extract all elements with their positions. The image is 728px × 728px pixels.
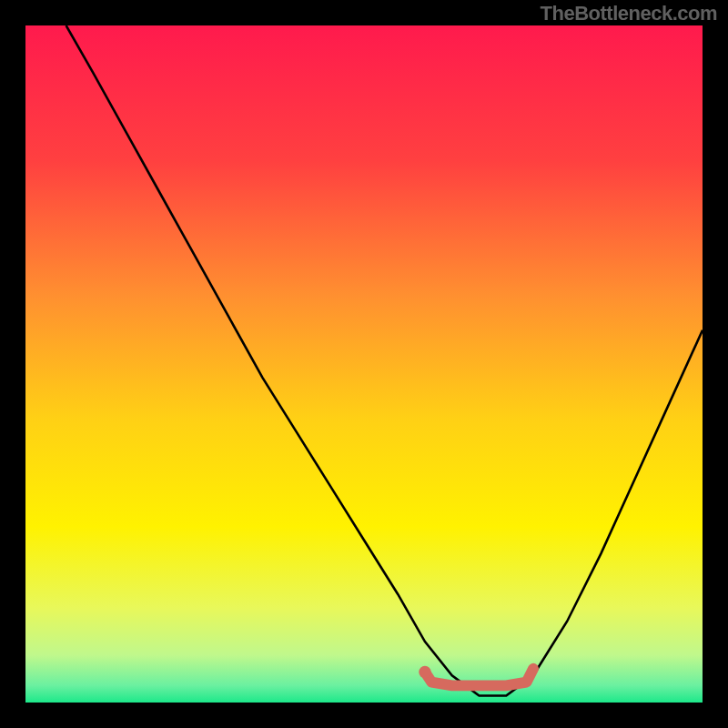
chart-svg [25,25,703,703]
bottleneck-curve [66,25,703,696]
plot-area [25,25,703,703]
attribution-text: TheBottleneck.com [541,2,717,25]
chart-frame: TheBottleneck.com [0,0,728,728]
optimal-start-dot [419,666,430,678]
optimal-range-marker [425,669,533,686]
